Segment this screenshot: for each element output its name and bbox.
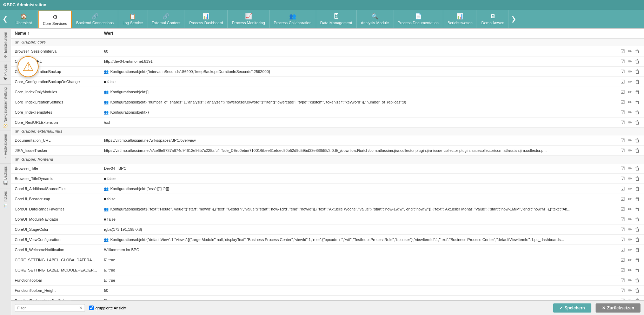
sidebar-item-navigationseinstellung[interactable]: 🧭 Navigationseinstellung [0,84,11,131]
row-delete-button[interactable]: 🗑 [634,297,640,300]
sidebar-item-einstellungen[interactable]: ⚙ Einstellungen [0,29,11,61]
row-delete-button[interactable]: 🗑 [634,246,640,253]
row-delete-button[interactable]: 🗑 [634,175,640,182]
grouped-ansicht-checkbox[interactable]: gruppierte Ansicht [89,306,126,310]
reset-button[interactable]: ✕ Zurücksetzen [596,303,640,313]
row-check-button[interactable]: ☑ [620,165,626,172]
tab-process-collaboration[interactable]: 👥 Process Collaboration [270,10,316,28]
nav-left-arrow[interactable]: ❮ [0,10,10,28]
sidebar-item-indizes[interactable]: 📑 Indizes [0,188,11,211]
row-check-button[interactable]: ☑ [620,109,626,116]
row-edit-button[interactable]: ✏ [627,246,633,253]
row-check-button[interactable]: ☑ [620,206,626,213]
row-edit-button[interactable]: ✏ [627,267,633,274]
table-container[interactable]: Name ↑ Wert ▣ Gruppe: core Browser_Sessi… [11,29,644,300]
row-delete-button[interactable]: 🗑 [634,206,640,213]
row-delete-button[interactable]: 🗑 [634,256,640,263]
sidebar-item-replikationen[interactable]: ↔ Replikationen [0,131,11,163]
row-edit-button[interactable]: ✏ [627,147,633,154]
row-delete-button[interactable]: 🗑 [634,236,640,243]
tab-log-service[interactable]: 📋 Log Service [118,10,147,28]
row-check-button[interactable]: ☑ [620,137,626,144]
row-delete-button[interactable]: 🗑 [634,287,640,294]
row-edit-button[interactable]: ✏ [627,137,633,144]
row-check-button[interactable]: ☑ [620,48,626,55]
tab-core-services[interactable]: ⚙ Core Services [38,11,72,28]
save-button[interactable]: ✓ Speichern [553,303,591,313]
row-delete-button[interactable]: 🗑 [634,78,640,85]
row-check-button[interactable]: ☑ [620,147,626,154]
row-edit-button[interactable]: ✏ [627,48,633,55]
row-edit-button[interactable]: ✏ [627,99,633,106]
row-delete-button[interactable]: 🗑 [634,109,640,116]
row-delete-button[interactable]: 🗑 [634,277,640,284]
grouped-checkbox-input[interactable] [89,306,94,310]
row-edit-button[interactable]: ✏ [627,78,633,85]
row-edit-button[interactable]: ✏ [627,109,633,116]
row-edit-button[interactable]: ✏ [627,256,633,263]
tab-process-documentation[interactable]: 📄 Process Documentation [393,10,443,28]
row-check-button[interactable]: ☑ [620,58,626,65]
row-delete-button[interactable]: 🗑 [634,226,640,233]
row-delete-button[interactable]: 🗑 [634,216,640,223]
row-edit-button[interactable]: ✏ [627,236,633,243]
col-name-header[interactable]: Name ↑ [11,29,100,38]
row-edit-button[interactable]: ✏ [627,88,633,95]
row-delete-button[interactable]: 🗑 [634,68,640,75]
row-delete-button[interactable]: 🗑 [634,267,640,274]
row-check-button[interactable]: ☑ [620,175,626,182]
row-check-button[interactable]: ☑ [620,216,626,223]
row-check-button[interactable]: ☑ [620,226,626,233]
row-edit-button[interactable]: ✏ [627,185,633,192]
row-check-button[interactable]: ☑ [620,256,626,263]
row-edit-button[interactable]: ✏ [627,175,633,182]
row-edit-button[interactable]: ✏ [627,119,633,126]
nav-right-arrow[interactable]: ❯ [509,10,519,28]
row-check-button[interactable]: ☑ [620,246,626,253]
row-edit-button[interactable]: ✏ [627,287,633,294]
row-delete-button[interactable]: 🗑 [634,119,640,126]
row-delete-button[interactable]: 🗑 [634,195,640,202]
row-check-button[interactable]: ☑ [620,277,626,284]
row-check-button[interactable]: ☑ [620,287,626,294]
row-check-button[interactable]: ☑ [620,119,626,126]
tab-external-content[interactable]: 🔗 External Content [147,10,185,28]
row-check-button[interactable]: ☑ [620,88,626,95]
row-delete-button[interactable]: 🗑 [634,99,640,106]
row-edit-button[interactable]: ✏ [627,206,633,213]
row-check-button[interactable]: ☑ [620,99,626,106]
sidebar-item-plugins[interactable]: 🔌 Plugins [0,61,11,84]
row-check-button[interactable]: ☑ [620,297,626,300]
row-edit-button[interactable]: ✏ [627,216,633,223]
row-edit-button[interactable]: ✏ [627,297,633,300]
filter-clear-button[interactable]: ✕ [79,306,82,310]
row-check-button[interactable]: ☑ [620,68,626,75]
row-edit-button[interactable]: ✏ [627,58,633,65]
row-delete-button[interactable]: 🗑 [634,147,640,154]
row-delete-button[interactable]: 🗑 [634,48,640,55]
row-edit-button[interactable]: ✏ [627,277,633,284]
tab-data-management[interactable]: 🗄 Data Management [316,10,357,28]
row-delete-button[interactable]: 🗑 [634,88,640,95]
row-edit-button[interactable]: ✏ [627,195,633,202]
tab-analysis-module[interactable]: 🔍 Analysis Module [357,10,393,28]
row-check-button[interactable]: ☑ [620,185,626,192]
tab-uebersicht[interactable]: 🏠 Übersicht [10,10,38,28]
tab-process-monitoring[interactable]: 📈 Process Monitoring [228,10,270,28]
sidebar-item-backups[interactable]: 💾 Backups [0,163,11,188]
row-delete-button[interactable]: 🗑 [634,137,640,144]
row-edit-button[interactable]: ✏ [627,165,633,172]
row-check-button[interactable]: ☑ [620,78,626,85]
row-edit-button[interactable]: ✏ [627,226,633,233]
tab-backend-connections[interactable]: 🔗 Backend Connections [72,10,118,28]
row-check-button[interactable]: ☑ [620,267,626,274]
row-check-button[interactable]: ☑ [620,195,626,202]
tab-process-dashboard[interactable]: 📊 Process Dashboard [185,10,228,28]
tab-demo-anwen[interactable]: 🖥 Demo Anwen [477,10,509,28]
row-delete-button[interactable]: 🗑 [634,185,640,192]
filter-input[interactable] [17,306,79,310]
row-delete-button[interactable]: 🗑 [634,165,640,172]
row-edit-button[interactable]: ✏ [627,68,633,75]
row-delete-button[interactable]: 🗑 [634,58,640,65]
row-check-button[interactable]: ☑ [620,236,626,243]
